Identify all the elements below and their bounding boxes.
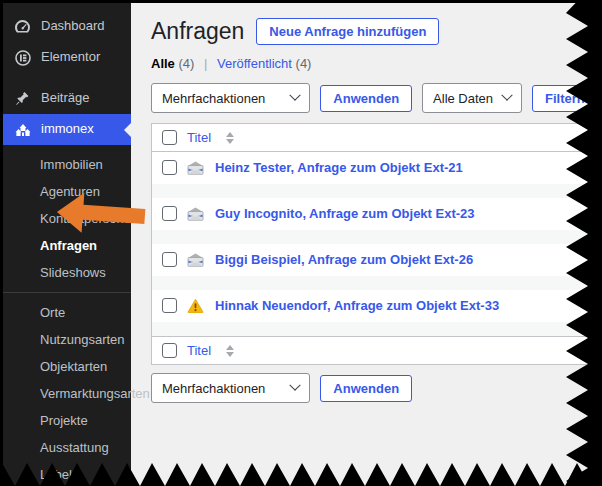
select-all-checkbox[interactable] — [162, 343, 177, 358]
sidebar-item-label: immonex — [41, 121, 94, 138]
chevron-down-icon — [501, 90, 512, 101]
bulk-action-select-bottom[interactable]: Mehrfachaktionen — [151, 373, 310, 403]
view-all-count: (4) — [178, 56, 194, 71]
elementor-icon — [13, 49, 32, 66]
row-checkbox[interactable] — [162, 298, 177, 313]
title-column-footer[interactable]: Titel — [187, 343, 211, 358]
apply-button[interactable]: Anwenden — [320, 85, 412, 112]
row-checkbox[interactable] — [162, 206, 177, 221]
sidebar-item-immonex[interactable]: immonex — [3, 114, 131, 145]
select-all-checkbox[interactable] — [162, 130, 177, 145]
table-footer-row: Titel — [152, 336, 601, 364]
annotation-arrow-icon — [53, 186, 148, 240]
view-divider: | — [204, 56, 207, 71]
row-checkbox[interactable] — [162, 252, 177, 267]
chevron-down-icon — [290, 90, 301, 101]
envelope-icon — [187, 160, 205, 175]
row-checkbox[interactable] — [162, 160, 177, 175]
sort-icon[interactable] — [226, 132, 234, 144]
top-toolbar: Mehrfachaktionen Anwenden Alle Daten Fil… — [151, 83, 602, 113]
sidebar-item-label: Beiträge — [41, 90, 89, 107]
submenu-item-objektarten[interactable]: Objektarten — [3, 353, 131, 380]
envelope-icon — [187, 252, 205, 267]
houses-icon — [13, 121, 32, 138]
inquiries-table: Titel Heinz Tester, Anfrage zum Objekt E… — [151, 123, 602, 365]
chevron-down-icon — [290, 380, 301, 391]
table-header-row: Titel — [152, 124, 601, 152]
table-row: Heinz Tester, Anfrage zum Objekt Ext-21 — [152, 152, 601, 198]
submenu-item-ausstattung[interactable]: Ausstattung — [3, 434, 131, 461]
table-row: Guy Incognito, Anfrage zum Objekt Ext-23 — [152, 198, 601, 244]
pin-icon — [13, 90, 32, 107]
sort-icon[interactable] — [226, 345, 234, 357]
inquiry-link[interactable]: Heinz Tester, Anfrage zum Objekt Ext-21 — [215, 160, 463, 175]
view-published-link[interactable]: Veröffentlicht — [217, 56, 292, 71]
title-column-header[interactable]: Titel — [187, 130, 211, 145]
sidebar-item-elementor[interactable]: Elementor — [3, 42, 131, 73]
bulk-action-value: Mehrfachaktionen — [162, 381, 265, 396]
add-new-button[interactable]: Neue Anfrage hinzufügen — [256, 18, 439, 45]
apply-button-bottom[interactable]: Anwenden — [320, 375, 412, 402]
sidebar-item-beitraege[interactable]: Beiträge — [3, 83, 131, 114]
submenu-item-slideshows[interactable]: Slideshows — [3, 259, 131, 286]
view-filter-links: Alle (4) | Veröffentlicht (4) — [151, 56, 602, 71]
date-filter-select[interactable]: Alle Daten — [422, 83, 522, 113]
sidebar-spacer — [3, 73, 131, 83]
submenu-item-labels[interactable]: Labels — [3, 461, 131, 486]
submenu-item-nutzungsarten[interactable]: Nutzungsarten — [3, 326, 131, 353]
submenu-item-vermarktungsarten[interactable]: Vermarktungsarten — [3, 380, 131, 407]
envelope-icon — [187, 206, 205, 221]
main-content: Anfragen Neue Anfrage hinzufügen Alle (4… — [131, 3, 602, 486]
sidebar-item-label: Elementor — [41, 49, 100, 66]
inquiry-link[interactable]: Guy Incognito, Anfrage zum Objekt Ext-23 — [215, 206, 475, 221]
sidebar-item-dashboard[interactable]: Dashboard — [3, 11, 131, 42]
page-title: Anfragen — [151, 18, 244, 45]
table-row: Biggi Beispiel, Anfrage zum Objekt Ext-2… — [152, 244, 601, 290]
table-row: Hinnak Neuendorf, Anfrage zum Objekt Ext… — [152, 290, 601, 336]
submenu-item-immobilien[interactable]: Immobilien — [3, 151, 131, 178]
dashboard-icon — [13, 18, 32, 35]
admin-sidebar: Dashboard Elementor Beiträge immonex Imm… — [3, 3, 131, 486]
submenu-item-orte[interactable]: Orte — [3, 299, 131, 326]
date-filter-value: Alle Daten — [433, 91, 493, 106]
view-published-count: (4) — [296, 56, 312, 71]
sidebar-item-label: Dashboard — [41, 18, 105, 35]
view-all-link[interactable]: Alle — [151, 56, 175, 71]
bottom-toolbar: Mehrfachaktionen Anwenden — [151, 373, 602, 403]
bulk-action-select[interactable]: Mehrfachaktionen — [151, 83, 310, 113]
sidebar-divider — [3, 292, 131, 293]
bulk-action-value: Mehrfachaktionen — [162, 91, 265, 106]
admin-page: Dashboard Elementor Beiträge immonex Imm… — [3, 3, 602, 486]
inquiry-link[interactable]: Hinnak Neuendorf, Anfrage zum Objekt Ext… — [215, 298, 499, 313]
filter-button[interactable]: Filtern — [532, 85, 598, 112]
page-header: Anfragen Neue Anfrage hinzufügen — [151, 15, 602, 47]
warning-icon — [187, 298, 205, 313]
submenu-item-projekte[interactable]: Projekte — [3, 407, 131, 434]
inquiry-link[interactable]: Biggi Beispiel, Anfrage zum Objekt Ext-2… — [215, 252, 473, 267]
